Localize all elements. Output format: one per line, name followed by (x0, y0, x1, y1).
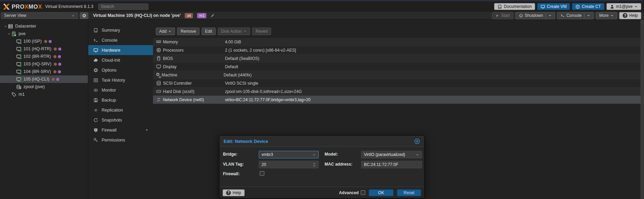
create-vm-button[interactable]: Create VM (537, 3, 570, 10)
vm-running-icon (16, 46, 21, 52)
tree-item-vm-103[interactable]: 103 (HQ-SRV) (0, 60, 88, 68)
dialog-titlebar[interactable]: Edit: Network Device (219, 136, 424, 147)
question-icon: ? (623, 13, 627, 18)
user-menu-button[interactable]: m1@pve (606, 3, 641, 10)
key-icon (93, 138, 99, 143)
view-settings-gear-button[interactable] (80, 12, 88, 19)
vlan-tag-spinner[interactable]: 20 (259, 161, 319, 168)
disk-action-button[interactable]: Disk Action (218, 28, 250, 35)
hardware-row-bios[interactable]: BIOS Default (SeaBIOS) (153, 54, 641, 63)
add-button[interactable]: Add (156, 28, 175, 35)
tree-item-vm-105-selected[interactable]: 105 (HQ-CLI) (0, 75, 88, 83)
hardware-row-display[interactable]: Display Default (153, 63, 641, 71)
tree-item-vm-101[interactable]: 101 (HQ-RTR) (0, 45, 88, 53)
tree-item-vm-100[interactable]: 100 (ISP) (0, 38, 88, 45)
menu-item-label: Backup (102, 98, 116, 103)
more-button[interactable]: More (596, 12, 617, 19)
menu-item-snapshots[interactable]: Snapshots (88, 115, 153, 125)
menu-item-monitor[interactable]: Monitor (88, 85, 153, 95)
chevron-down-icon[interactable] (416, 153, 419, 157)
chevron-down-icon[interactable] (312, 153, 316, 157)
version-subtitle: Virtual Environment 8.1.3 (45, 4, 93, 9)
hardware-row-memory[interactable]: Memory 4.00 GiB (153, 38, 641, 46)
terminal-icon (93, 38, 99, 43)
tag-badge-m1[interactable]: m1 (197, 13, 206, 18)
proxmox-x-logo-icon (3, 3, 10, 10)
menu-item-label: Cloud-Init (102, 58, 120, 63)
edit-tags-pencil-icon[interactable] (211, 13, 215, 18)
chevron-down-icon (634, 5, 638, 8)
menu-item-options[interactable]: Options (88, 65, 153, 75)
list-icon (93, 78, 99, 83)
bridge-combobox[interactable]: vmbr3 (259, 151, 319, 158)
tag-dot-m1 (56, 78, 59, 81)
chevron-down-icon[interactable] (587, 14, 590, 17)
hardware-row-processors[interactable]: Processors 2 (1 sockets, 2 cores) [x86-6… (153, 46, 641, 54)
chevron-down-icon[interactable] (7, 32, 11, 35)
tree-item-pve[interactable]: pve (0, 30, 88, 38)
chevron-down-icon (71, 14, 75, 18)
start-button[interactable]: Start (492, 12, 513, 19)
menu-item-task-history[interactable]: Task History (88, 75, 153, 85)
menu-item-label: Options (102, 68, 116, 73)
hardware-row-machine[interactable]: Machine Default (i440fx) (153, 71, 641, 79)
view-mode-label: Server View (4, 13, 26, 18)
menu-item-summary[interactable]: Summary (88, 25, 153, 35)
advanced-checkbox[interactable] (361, 190, 365, 195)
tree-item-vm-102[interactable]: 102 (BR-RTR) (0, 53, 88, 60)
tag-dot-alt (53, 55, 57, 58)
question-icon: ? (226, 190, 231, 195)
create-ct-button[interactable]: Create CT (572, 3, 604, 10)
close-icon[interactable] (414, 138, 420, 144)
cpu-icon (155, 48, 162, 53)
gear-icon (82, 13, 86, 18)
hardware-row-label: Processors (163, 48, 225, 53)
floppy-icon (93, 98, 99, 103)
firewall-checkbox[interactable] (260, 171, 264, 176)
menu-item-hardware-selected[interactable]: Hardware (88, 45, 153, 55)
vertical-scrollbar[interactable] (641, 20, 644, 199)
help-button[interactable]: ? Help (619, 12, 641, 19)
menu-item-console[interactable]: Console (88, 35, 153, 45)
app-header: PROXMOX Virtual Environment 8.1.3 Docume… (0, 1, 644, 12)
view-mode-select[interactable]: Server View (1, 12, 78, 19)
mac-address-input[interactable]: BC:24:11:72:77:0F (361, 161, 422, 168)
tree-item-label: pve (19, 31, 25, 36)
storage-icon (16, 84, 21, 90)
menu-item-label: Hardware (102, 48, 120, 53)
hardware-row-hard-disk[interactable]: Hard Disk (scsi0) zpool:vm-105-disk-0,io… (153, 87, 641, 96)
tree-item-vm-104[interactable]: 104 (BR-SRV) (0, 68, 88, 75)
reset-button[interactable]: Reset (397, 189, 421, 196)
spinner-up-down-icon[interactable] (313, 162, 316, 167)
search-input[interactable] (98, 3, 149, 10)
menu-item-backup[interactable]: Backup (88, 95, 153, 105)
menu-item-firewall[interactable]: Firewall (88, 125, 153, 135)
console-split-button[interactable]: Console (557, 12, 594, 19)
tree-item-zpool[interactable]: zpool (pve) (0, 83, 88, 91)
menu-item-permissions[interactable]: Permissions (88, 135, 153, 145)
menu-item-replication[interactable]: Replication (88, 105, 153, 115)
chevron-down-icon[interactable] (3, 25, 8, 28)
shutdown-split-button[interactable]: Shutdown (515, 12, 555, 19)
tag-dot-alt (53, 70, 57, 73)
chevron-down-icon[interactable] (548, 14, 552, 17)
tag-badge-alt[interactable]: alt (185, 13, 193, 18)
monitor-icon (93, 48, 99, 53)
remove-button[interactable]: Remove (177, 28, 200, 35)
hdd-icon (155, 89, 162, 94)
hardware-row-label: Hard Disk (scsi0) (163, 89, 225, 94)
documentation-button[interactable]: Documentation (494, 3, 535, 10)
tree-item-datacenter[interactable]: Datacenter (0, 22, 88, 30)
hardware-row-network-device-selected[interactable]: Network Device (net0) virtio=BC:24:11:72… (153, 96, 641, 104)
tree-item-pool-m1[interactable]: m1 (0, 91, 88, 98)
hardware-row-label: Display (163, 64, 225, 69)
tag-dot-m1 (49, 40, 52, 43)
revert-button[interactable]: Revert (252, 28, 271, 35)
ok-button[interactable]: OK (369, 189, 393, 196)
hardware-row-scsi-controller[interactable]: SCSI Controller VirtIO SCSI single (153, 79, 641, 87)
dialog-title: Edit: Network Device (224, 139, 268, 144)
model-combobox[interactable]: VirtIO (paravirtualized) (361, 151, 422, 158)
menu-item-cloud-init[interactable]: Cloud-Init (88, 55, 153, 65)
edit-button[interactable]: Edit (202, 28, 216, 35)
dialog-help-button[interactable]: ? Help (223, 189, 245, 196)
